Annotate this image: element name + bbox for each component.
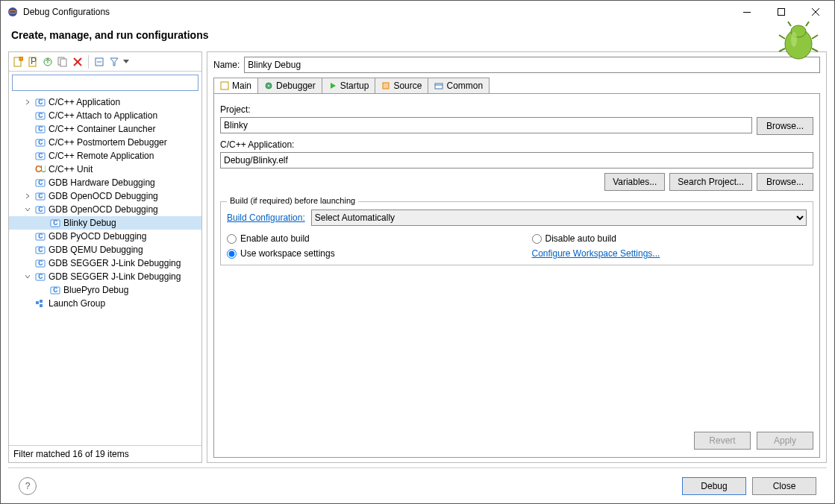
config-type-icon: [34, 298, 46, 309]
config-type-icon: c: [49, 285, 61, 295]
tree-item-label: GDB Hardware Debugging: [49, 177, 155, 188]
separator: [88, 55, 89, 69]
tab-label: Source: [393, 81, 422, 91]
tab-startup[interactable]: Startup: [322, 78, 376, 93]
config-type-icon: c: [49, 218, 61, 228]
name-label: Name:: [213, 60, 240, 70]
svg-text:c: c: [38, 177, 43, 187]
svg-rect-57: [36, 301, 39, 304]
help-icon[interactable]: ?: [19, 477, 37, 495]
tree-item-label: GDB OpenOCD Debugging: [49, 204, 158, 215]
name-input[interactable]: [244, 57, 820, 73]
minimize-button[interactable]: [730, 1, 764, 23]
svg-rect-3: [778, 9, 785, 16]
config-type-icon: c: [34, 151, 46, 161]
svg-line-11: [779, 35, 785, 39]
tab-common[interactable]: Common: [428, 78, 490, 93]
tab-label: Main: [232, 81, 251, 91]
tree-item[interactable]: cC/C++ Container Launcher: [9, 122, 201, 136]
svg-rect-63: [383, 83, 389, 89]
tree-item[interactable]: cGDB SEGGER J-Link Debugging: [9, 256, 201, 270]
browse-app-button[interactable]: Browse...: [757, 173, 813, 191]
tree-item[interactable]: cC/C++ Attach to Application: [9, 109, 201, 122]
project-input[interactable]: [220, 117, 752, 133]
new-config-icon[interactable]: [12, 56, 24, 68]
svg-text:c: c: [38, 124, 43, 133]
filter-icon[interactable]: [108, 56, 120, 68]
tree-item-label: C/C++ Attach to Application: [49, 110, 157, 121]
tab-main[interactable]: Main: [213, 78, 258, 93]
tree-item[interactable]: cC/C++ Application: [9, 95, 201, 109]
tree-arrow-icon[interactable]: [24, 98, 34, 106]
search-project-button[interactable]: Search Project...: [669, 173, 752, 191]
variables-button[interactable]: Variables...: [604, 173, 665, 191]
config-tree[interactable]: cC/C++ ApplicationcC/C++ Attach to Appli…: [9, 94, 201, 445]
use-workspace-radio[interactable]: Use workspace settings: [227, 248, 502, 259]
app-input[interactable]: [220, 152, 813, 168]
config-type-icon: c: [34, 245, 46, 255]
svg-line-12: [812, 35, 818, 39]
enable-auto-radio[interactable]: Enable auto build: [227, 233, 502, 244]
tree-item[interactable]: CUC/C++ Unit: [9, 163, 201, 176]
new-prototype-icon[interactable]: P: [27, 56, 39, 68]
browse-project-button[interactable]: Browse...: [757, 117, 813, 135]
tree-item[interactable]: cBluePyro Debug: [9, 283, 201, 297]
window-title: Debug Configurations: [23, 7, 730, 17]
tree-item[interactable]: cGDB OpenOCD Debugging: [9, 203, 201, 216]
tree-arrow-icon[interactable]: [24, 273, 34, 280]
tree-item-label: C/C++ Unit: [49, 164, 93, 174]
tab-source[interactable]: Source: [375, 78, 428, 93]
build-config-select[interactable]: Select Automatically: [311, 210, 807, 226]
delete-icon[interactable]: [72, 56, 84, 68]
tab-strip: MainDebuggerStartupSourceCommon: [213, 78, 820, 94]
tree-item-label: GDB QEMU Debugging: [49, 245, 143, 255]
tab-debugger[interactable]: Debugger: [257, 78, 322, 93]
svg-text:c: c: [38, 258, 43, 268]
tree-item[interactable]: cGDB Hardware Debugging: [9, 176, 201, 189]
apply-button[interactable]: Apply: [757, 432, 813, 450]
revert-button[interactable]: Revert: [694, 432, 751, 450]
tree-item-label: C/C++ Remote Application: [49, 151, 154, 161]
build-config-link[interactable]: Build Configuration:: [227, 212, 305, 223]
tree-item[interactable]: cC/C++ Postmortem Debugger: [9, 136, 201, 149]
config-type-icon: c: [34, 177, 46, 188]
disable-auto-radio[interactable]: Disable auto build: [532, 233, 807, 244]
filter-input[interactable]: [12, 75, 198, 91]
tree-item[interactable]: cGDB SEGGER J-Link Debugging: [9, 270, 201, 283]
svg-rect-17: [19, 57, 23, 60]
tree-item[interactable]: cBlinky Debug: [9, 216, 201, 230]
duplicate-icon[interactable]: [57, 56, 69, 68]
tree-arrow-icon[interactable]: [24, 206, 34, 213]
tree-item[interactable]: cC/C++ Remote Application: [9, 149, 201, 163]
tree-item[interactable]: cGDB QEMU Debugging: [9, 243, 201, 256]
debug-button[interactable]: Debug: [682, 477, 746, 495]
close-footer-button[interactable]: Close: [752, 477, 816, 495]
svg-text:P: P: [31, 57, 37, 66]
export-icon[interactable]: [42, 56, 54, 68]
tab-icon: [264, 81, 273, 90]
tree-item-label: GDB SEGGER J-Link Debugging: [49, 271, 181, 282]
svg-line-14: [812, 48, 818, 51]
tree-item-label: C/C++ Container Launcher: [49, 124, 155, 134]
config-type-icon: c: [34, 137, 46, 148]
tree-item-label: GDB SEGGER J-Link Debugging: [49, 258, 181, 268]
tree-item[interactable]: Launch Group: [9, 297, 201, 310]
tab-label: Common: [446, 81, 483, 91]
filter-dropdown-icon[interactable]: [123, 60, 129, 64]
tree-item[interactable]: cGDB PyOCD Debugging: [9, 230, 201, 243]
collapse-all-icon[interactable]: [93, 56, 105, 68]
svg-text:c: c: [38, 245, 43, 254]
configure-workspace-link[interactable]: Configure Workspace Settings...: [532, 248, 807, 259]
svg-text:c: c: [38, 271, 43, 281]
tab-icon: [434, 81, 443, 90]
config-type-icon: c: [34, 258, 46, 268]
eclipse-icon: [7, 6, 19, 18]
tree-item-label: BluePyro Debug: [63, 285, 128, 295]
svg-text:c: c: [53, 218, 58, 227]
tree-arrow-icon[interactable]: [24, 192, 34, 200]
config-type-icon: c: [34, 97, 46, 107]
svg-line-10: [806, 22, 809, 26]
svg-rect-58: [40, 300, 43, 303]
tree-item[interactable]: cGDB OpenOCD Debugging: [9, 189, 201, 203]
svg-line-9: [788, 22, 791, 26]
